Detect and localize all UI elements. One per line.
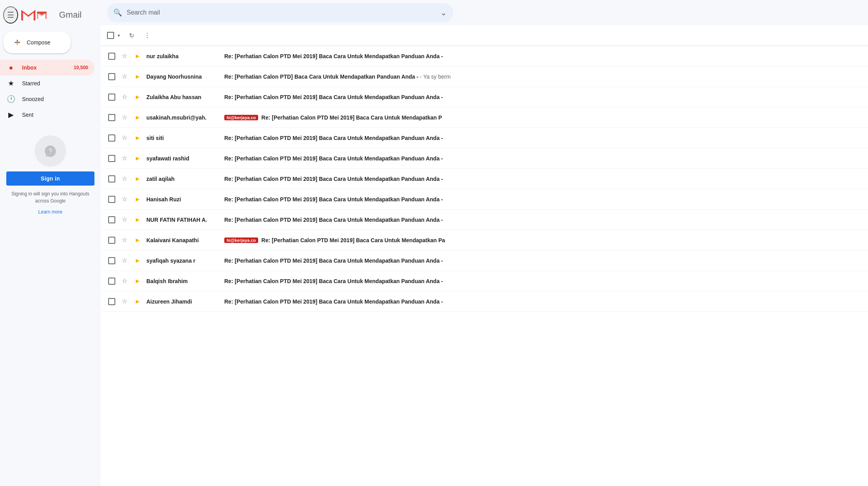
email-subject: Re: [Perhatian Calon PTD Mei 2019] Baca …	[224, 298, 443, 305]
hamburger-menu-button[interactable]: ☰	[3, 6, 18, 24]
email-checkbox[interactable]	[108, 237, 115, 244]
email-checkbox-col	[107, 114, 116, 121]
star-icon[interactable]: ☆	[122, 195, 127, 203]
email-row[interactable]: ☆ ► Balqish Ibrahim Re: [Perhatian Calon…	[101, 271, 868, 291]
sidebar-item-sent[interactable]: ▶ Sent	[0, 107, 94, 123]
sidebar-nav: ● Inbox 10,500 ★ Starred 🕐 Snoozed ▶ Sen…	[0, 60, 101, 123]
email-sender: NUR FATIN FATIHAH A.	[146, 217, 221, 223]
sidebar-item-snoozed[interactable]: 🕐 Snoozed	[0, 91, 94, 107]
email-checkbox[interactable]	[108, 114, 115, 121]
select-all-area[interactable]: ▼	[107, 28, 123, 42]
email-row[interactable]: ☆ ► Kalaivani Kanapathi hi@kerjaya.coRe:…	[101, 230, 868, 250]
email-checkbox[interactable]	[108, 134, 115, 142]
email-star-col[interactable]: ☆	[120, 114, 129, 121]
email-row[interactable]: ☆ ► Aizureen Jihamdi Re: [Perhatian Calo…	[101, 291, 868, 312]
hangouts-bubble-icon	[42, 142, 59, 160]
email-checkbox-col	[107, 53, 116, 60]
star-icon[interactable]: ☆	[122, 236, 127, 244]
email-sender: nur zulaikha	[146, 53, 221, 59]
star-icon[interactable]: ☆	[122, 175, 127, 182]
email-row[interactable]: ☆ ► siti siti Re: [Perhatian Calon PTD M…	[101, 128, 868, 148]
search-input[interactable]	[127, 9, 436, 16]
search-dropdown-icon[interactable]: ⌄	[440, 8, 447, 17]
email-star-col[interactable]: ☆	[120, 257, 129, 264]
email-star-col[interactable]: ☆	[120, 175, 129, 182]
sign-in-button[interactable]: Sign in	[6, 171, 94, 186]
select-dropdown-button[interactable]: ▼	[115, 28, 123, 42]
snoozed-icon: 🕐	[6, 95, 16, 103]
star-icon[interactable]: ☆	[122, 277, 127, 285]
forward-arrow-icon: ►	[135, 53, 141, 60]
email-arrow-col: ►	[132, 298, 143, 305]
email-row[interactable]: ☆ ► syafiqah syazana r Re: [Perhatian Ca…	[101, 250, 868, 271]
learn-more-link[interactable]: Learn more	[38, 209, 62, 215]
email-star-col[interactable]: ☆	[120, 52, 129, 60]
star-icon[interactable]: ☆	[122, 257, 127, 264]
email-subject: Re: [Perhatian Calon PTD Mei 2019] Baca …	[224, 217, 443, 223]
more-options-button[interactable]: ⋮	[140, 28, 154, 42]
email-arrow-col: ►	[132, 53, 143, 60]
email-checkbox[interactable]	[108, 298, 115, 305]
email-checkbox[interactable]	[108, 175, 115, 182]
email-star-col[interactable]: ☆	[120, 134, 129, 142]
email-checkbox[interactable]	[108, 216, 115, 223]
email-row[interactable]: ☆ ► Zulaikha Abu hassan Re: [Perhatian C…	[101, 87, 868, 107]
forward-arrow-icon: ►	[135, 216, 141, 223]
hangouts-icon	[35, 135, 66, 167]
star-icon[interactable]: ☆	[122, 155, 127, 162]
email-checkbox[interactable]	[108, 196, 115, 203]
email-row[interactable]: ☆ ► NUR FATIN FATIHAH A. Re: [Perhatian …	[101, 210, 868, 230]
email-star-col[interactable]: ☆	[120, 236, 129, 244]
app-container: ☰ Gmail	[0, 0, 868, 486]
email-preview: - Ya sy berm	[420, 74, 451, 80]
gmail-logo: Gmail	[21, 10, 81, 20]
refresh-button[interactable]: ↻	[124, 28, 139, 42]
email-star-col[interactable]: ☆	[120, 277, 129, 285]
email-sender: Aizureen Jihamdi	[146, 298, 221, 305]
email-star-col[interactable]: ☆	[120, 216, 129, 223]
star-icon[interactable]: ☆	[122, 216, 127, 223]
search-bar[interactable]: 🔍 ⌄	[107, 3, 453, 22]
email-row[interactable]: ☆ ► Hanisah Ruzi Re: [Perhatian Calon PT…	[101, 189, 868, 210]
email-checkbox-col	[107, 175, 116, 182]
compose-button[interactable]: Compose	[3, 31, 71, 53]
email-star-col[interactable]: ☆	[120, 155, 129, 162]
sidebar-item-inbox[interactable]: ● Inbox 10,500	[0, 60, 94, 75]
forward-arrow-icon: ►	[135, 114, 141, 121]
email-row[interactable]: ☆ ► nur zulaikha Re: [Perhatian Calon PT…	[101, 46, 868, 66]
email-arrow-col: ►	[132, 73, 143, 80]
sidebar-item-starred[interactable]: ★ Starred	[0, 75, 94, 91]
forward-arrow-icon: ►	[135, 237, 141, 244]
email-star-col[interactable]: ☆	[120, 195, 129, 203]
star-icon[interactable]: ☆	[122, 298, 127, 305]
hangouts-panel: Sign in Signing in will sign you into Ha…	[0, 129, 101, 221]
email-checkbox-col	[107, 73, 116, 80]
star-icon[interactable]: ☆	[122, 93, 127, 101]
select-all-checkbox[interactable]	[107, 32, 114, 39]
email-row[interactable]: ☆ ► usakinah.msubri@yah. hi@kerjaya.coRe…	[101, 107, 868, 128]
email-sender: Balqish Ibrahim	[146, 278, 221, 284]
email-checkbox[interactable]	[108, 155, 115, 162]
email-checkbox[interactable]	[108, 53, 115, 60]
email-checkbox-col	[107, 196, 116, 203]
email-checkbox[interactable]	[108, 257, 115, 264]
email-row[interactable]: ☆ ► zatil aqilah Re: [Perhatian Calon PT…	[101, 169, 868, 189]
email-star-col[interactable]: ☆	[120, 73, 129, 80]
forward-arrow-icon: ►	[135, 175, 141, 182]
email-star-col[interactable]: ☆	[120, 93, 129, 101]
email-row[interactable]: ☆ ► Dayang Noorhusnina Re: [Perhatian Ca…	[101, 66, 868, 87]
email-checkbox[interactable]	[108, 278, 115, 285]
email-sender: usakinah.msubri@yah.	[146, 114, 221, 121]
star-icon[interactable]: ☆	[122, 52, 127, 60]
email-subject: Re: [Perhatian Calon PTD Mei 2019] Baca …	[224, 196, 443, 202]
star-icon[interactable]: ☆	[122, 114, 127, 121]
email-checkbox[interactable]	[108, 73, 115, 80]
email-star-col[interactable]: ☆	[120, 298, 129, 305]
inbox-badge: 10,500	[74, 65, 88, 70]
email-row[interactable]: ☆ ► syafawati rashid Re: [Perhatian Calo…	[101, 148, 868, 169]
email-checkbox-col	[107, 257, 116, 264]
email-checkbox[interactable]	[108, 94, 115, 101]
star-icon[interactable]: ☆	[122, 134, 127, 142]
star-icon[interactable]: ☆	[122, 73, 127, 80]
forward-arrow-icon: ►	[135, 278, 141, 285]
